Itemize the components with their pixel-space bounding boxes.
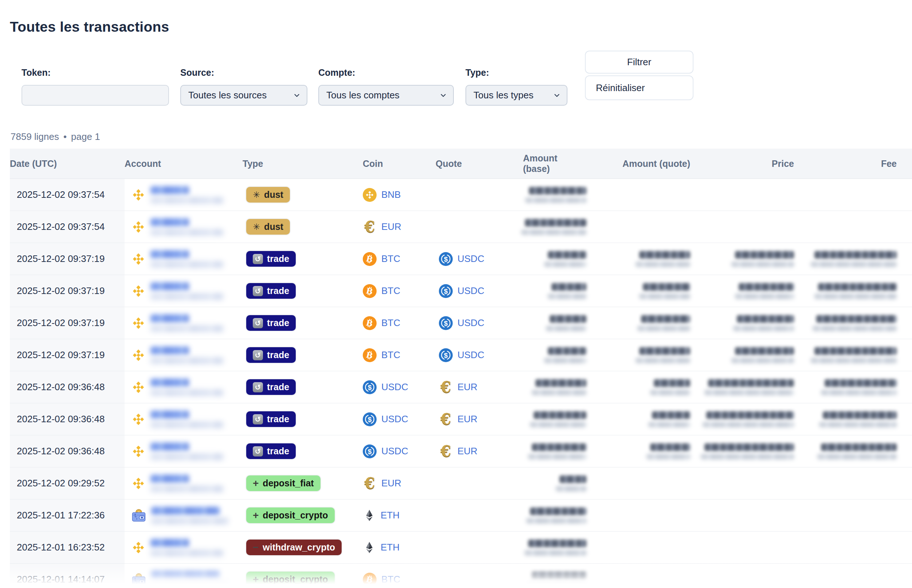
- redacted-base-value: [532, 572, 586, 579]
- type-badge: ↺ trade: [245, 378, 297, 396]
- type-select[interactable]: Tous les types: [465, 85, 567, 106]
- redacted-price-value: [706, 411, 794, 419]
- usdc-icon: $: [363, 412, 377, 426]
- account-link[interactable]: [150, 378, 223, 396]
- reset-button[interactable]: Réinitialiser: [585, 76, 694, 100]
- quote-link[interactable]: EUR: [457, 381, 478, 393]
- redacted-base-subvalue: [528, 454, 586, 459]
- type-badge: ↺ trade: [245, 346, 297, 363]
- coin-link[interactable]: ETH: [381, 542, 400, 553]
- binance-logo-icon: [131, 380, 145, 394]
- account-link[interactable]: [150, 282, 223, 300]
- cell-amount-base: [523, 467, 590, 499]
- quote-link[interactable]: USDC: [457, 349, 484, 361]
- filter-button[interactable]: Filtrer: [585, 51, 694, 74]
- coin-link[interactable]: BTC: [381, 317, 400, 329]
- cell-coin: $ USDC: [363, 435, 436, 467]
- redacted-base-value: [559, 475, 586, 483]
- redacted-quote-subvalue: [646, 454, 690, 459]
- coin-link[interactable]: BTC: [381, 285, 400, 297]
- redacted-fee-subvalue: [814, 294, 897, 299]
- account-link[interactable]: [150, 475, 223, 492]
- cell-amount-base: [523, 531, 590, 563]
- binance-account-icon: [131, 220, 145, 234]
- redacted-price-value: [704, 443, 794, 451]
- account-link[interactable]: [150, 314, 223, 332]
- coin-link[interactable]: USDC: [381, 414, 408, 425]
- coin-link[interactable]: USDC: [381, 381, 408, 393]
- coin-link[interactable]: USDC: [381, 446, 408, 457]
- account-link[interactable]: [151, 571, 228, 588]
- cell-quote: € EUR: [436, 403, 523, 435]
- coin-link[interactable]: BTC: [381, 349, 400, 361]
- date-value: 2025-12-01 14:14:07: [17, 574, 105, 585]
- redacted-quote-value: [639, 251, 690, 258]
- quote-link[interactable]: USDC: [457, 285, 484, 297]
- cell-amount-quote: [590, 243, 694, 275]
- redacted-account-subtitle: [150, 422, 223, 428]
- binance-logo-icon: [131, 444, 145, 458]
- token-input[interactable]: [21, 85, 169, 106]
- coin-link[interactable]: BTC: [381, 253, 400, 265]
- cell-account: [124, 339, 242, 371]
- redacted-account-subtitle: [150, 357, 223, 364]
- svg-text:$: $: [368, 383, 372, 391]
- coin-link[interactable]: EUR: [381, 478, 401, 489]
- cell-quote: [436, 564, 523, 588]
- account-link[interactable]: [150, 250, 223, 268]
- binance-logo-icon: [131, 220, 145, 234]
- account-link[interactable]: [150, 539, 223, 556]
- coin-link[interactable]: ETH: [381, 510, 400, 521]
- table-row: 2025-12-02 09:37:19 ↺ trade B: [10, 307, 912, 339]
- usdc-icon: $: [439, 348, 453, 362]
- transactions-table: Date (UTC)AccountTypeCoinQuoteAmount (ba…: [10, 149, 912, 588]
- cell-account: [124, 243, 242, 275]
- redacted-fee-subvalue: [813, 326, 897, 331]
- trade-arrows-icon: ↺: [253, 254, 263, 264]
- badge-label: trade: [267, 446, 289, 457]
- account-link[interactable]: [150, 218, 223, 236]
- table-header: Date (UTC)AccountTypeCoinQuoteAmount (ba…: [10, 149, 912, 179]
- redacted-account-name: [151, 507, 220, 515]
- redacted-account-subtitle: [150, 389, 223, 396]
- cell-account: [124, 179, 242, 210]
- redacted-price-subvalue: [735, 294, 794, 299]
- column-header: Coin: [363, 158, 436, 169]
- cell-amount-base: [523, 307, 590, 339]
- eur-icon: €: [439, 412, 453, 427]
- cell-amount-base: [523, 339, 590, 371]
- date-value: 2025-12-01 16:23:52: [17, 542, 105, 553]
- redacted-base-value: [525, 219, 586, 226]
- filter-group-compte: Compte: Tous les comptes: [318, 68, 454, 106]
- coin-link[interactable]: EUR: [381, 221, 401, 233]
- quote-link[interactable]: USDC: [457, 317, 484, 329]
- quote-link[interactable]: USDC: [457, 253, 484, 265]
- filter-group-type: Type: Tous les types: [465, 68, 567, 106]
- cell-price: [694, 467, 797, 499]
- account-link[interactable]: [150, 410, 223, 428]
- cell-coin: ETH: [363, 531, 436, 563]
- account-link[interactable]: [150, 186, 223, 204]
- date-value: 2025-12-02 09:37:19: [17, 285, 105, 297]
- cell-price: [694, 499, 797, 531]
- compte-select[interactable]: Tous les comptes: [318, 85, 454, 106]
- quote-link[interactable]: EUR: [457, 446, 478, 457]
- type-badge: ✳ dust: [245, 218, 291, 235]
- trade-arrows-icon: ↺: [253, 350, 263, 360]
- redacted-base-value: [535, 379, 586, 387]
- coin-link[interactable]: BTC: [381, 574, 400, 585]
- account-link[interactable]: [150, 346, 223, 364]
- account-link[interactable]: [151, 507, 228, 524]
- redacted-quote-subvalue: [636, 262, 690, 267]
- cell-coin: € EUR: [363, 211, 436, 242]
- trade-arrows-icon: ↺: [253, 286, 263, 296]
- quote-link[interactable]: EUR: [457, 414, 478, 425]
- source-select[interactable]: Toutes les sources: [180, 85, 307, 106]
- redacted-fee-subvalue: [819, 422, 897, 427]
- coin-link[interactable]: BNB: [381, 189, 400, 200]
- account-link[interactable]: [150, 443, 223, 460]
- cell-amount-base: [523, 179, 590, 210]
- cell-amount-quote: [590, 179, 694, 210]
- cell-price: [694, 371, 797, 403]
- cell-quote: € EUR: [436, 435, 523, 467]
